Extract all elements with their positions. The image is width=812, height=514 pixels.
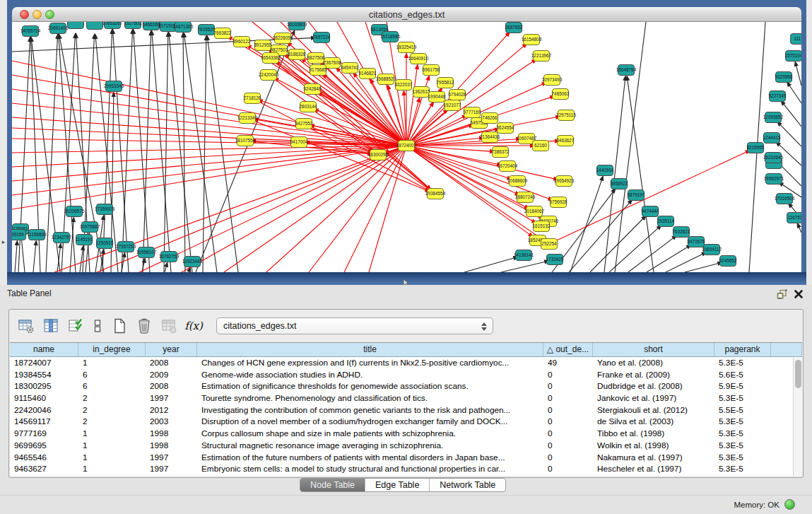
network-node[interactable]: 7663822 (214, 28, 232, 39)
show-columns-icon[interactable] (41, 316, 61, 336)
network-node[interactable]: 18325419 (396, 42, 417, 53)
column-header-outde[interactable]: △ out_de... (543, 343, 593, 356)
network-canvas[interactable]: 1872400714055724206914061065326715276026… (12, 22, 801, 272)
network-node[interactable]: 1117 (791, 34, 802, 45)
tab-node-table[interactable]: Node Table (300, 479, 365, 491)
network-node[interactable]: 12093852 (763, 112, 784, 123)
network-node[interactable]: 11156869 (27, 230, 47, 240)
column-header-title[interactable]: title (197, 343, 543, 356)
table-row[interactable]: 969969511998Structural magnetic resonanc… (10, 440, 802, 452)
network-node[interactable]: 17957253 (116, 242, 136, 252)
network-node[interactable]: 1527602 (124, 22, 142, 29)
network-node[interactable]: 16033809 (287, 22, 307, 30)
network-node[interactable]: 9463627 (557, 136, 575, 146)
network-node[interactable]: 2687652 (505, 23, 523, 33)
network-node[interactable]: 2803144 (300, 102, 317, 112)
column-header-indegree[interactable]: in_degree (78, 343, 146, 356)
network-node[interactable]: 18226058 (273, 33, 293, 44)
column-header-year[interactable]: year (146, 343, 197, 356)
network-node[interactable]: 8186328 (288, 49, 306, 60)
network-node[interactable]: 10653267 (102, 22, 123, 29)
float-window-icon[interactable] (777, 289, 788, 300)
network-node[interactable]: 1733426 (546, 255, 564, 265)
network-node[interactable]: 12342757 (52, 233, 72, 243)
network-node[interactable]: 8215955 (747, 143, 765, 153)
close-icon[interactable] (794, 289, 804, 299)
network-node[interactable]: 12975115 (556, 110, 576, 121)
network-node[interactable]: 9417004 (290, 137, 308, 148)
network-node[interactable]: 20053346 (104, 81, 124, 92)
network-node[interactable]: 7386372 (492, 147, 510, 158)
network-node[interactable]: 8960122 (233, 37, 251, 47)
table-row[interactable]: 977716911998Corpus callosum shape and si… (10, 428, 802, 440)
network-node[interactable]: 18724007 (396, 141, 417, 151)
table-row[interactable]: 911546021997Tourette syndrome. Phenomeno… (10, 392, 802, 404)
network-node[interactable]: 14671355 (173, 22, 194, 33)
network-node[interactable]: 1615132 (533, 221, 551, 232)
network-node[interactable]: 1250515 (96, 238, 114, 249)
network-window[interactable]: citations_edges.txt 18724007140557242069… (7, 0, 806, 285)
network-node[interactable]: 7632621 (673, 227, 690, 238)
network-node[interactable]: 20206576 (64, 206, 85, 217)
network-node[interactable]: 18107554 (235, 136, 256, 146)
network-node[interactable]: 3624554 (497, 123, 514, 134)
function-builder-icon[interactable]: f(x) (184, 316, 204, 336)
table-row[interactable]: 946362711997Embryonic stem cells: a mode… (10, 463, 802, 475)
network-node[interactable]: 8322037 (395, 80, 413, 90)
network-node[interactable]: 7857224 (313, 33, 331, 43)
row-height-icon[interactable] (90, 316, 105, 336)
network-node[interactable]: 8427552 (295, 119, 313, 129)
network-node[interactable]: 16782759 (159, 252, 180, 262)
network-node[interactable]: 18807249 (515, 192, 536, 203)
network-node[interactable] (68, 22, 84, 29)
network-node[interactable]: 39159 (12, 230, 26, 240)
network-node[interactable]: 17016504 (775, 194, 795, 204)
network-node[interactable]: 16154808 (522, 35, 542, 45)
network-node[interactable]: 14055724 (20, 26, 41, 37)
network-node[interactable]: 6879197 (628, 190, 645, 201)
network-node[interactable]: 9777169 (464, 107, 481, 118)
network-node[interactable] (87, 22, 103, 30)
network-node[interactable]: 9329966 (775, 72, 793, 83)
network-node[interactable]: 16648784 (616, 65, 637, 76)
network-node[interactable]: 19218986 (380, 32, 401, 42)
network-node[interactable]: 9245652 (719, 256, 737, 267)
network-node[interactable]: 10688609 (507, 176, 528, 187)
network-node[interactable]: 9474444 (642, 206, 659, 217)
network-node[interactable]: 1575104 (785, 51, 801, 62)
network-node[interactable]: 10975887 (80, 222, 100, 233)
network-node[interactable]: 1145190 (76, 235, 93, 245)
tab-network-table[interactable]: Network Table (430, 479, 505, 491)
network-node[interactable]: 8471676 (688, 237, 705, 247)
table-row[interactable]: 946554611997Estimation of the future num… (10, 452, 802, 464)
network-node[interactable]: 16640910 (408, 54, 429, 64)
network-node[interactable]: 21364436 (480, 132, 500, 143)
network-node[interactable]: 16210645 (763, 153, 784, 163)
network-node[interactable]: 18300295 (368, 150, 389, 160)
network-node[interactable]: 9242848 (304, 84, 322, 95)
scrollbar-thumb[interactable] (795, 360, 801, 388)
network-node[interactable]: 20691406 (48, 23, 69, 34)
network-node[interactable]: 12213349 (237, 113, 258, 124)
network-node[interactable]: 7485063 (552, 89, 570, 100)
table-row[interactable]: 1872400712008Changes of HCN gene express… (10, 357, 802, 369)
network-node[interactable]: 1921077 (444, 100, 461, 111)
network-node[interactable]: 8912955 (254, 40, 272, 51)
network-node[interactable]: 20184067 (524, 206, 545, 217)
table-row[interactable]: 1830029562008Estimation of significance … (10, 380, 802, 392)
network-node[interactable]: 9756928 (550, 197, 567, 208)
network-node[interactable]: 9175685 (310, 65, 327, 76)
network-node[interactable]: 14136141 (514, 250, 534, 261)
network-node[interactable]: 10654112 (702, 245, 722, 255)
network-node[interactable]: 12923448 (182, 257, 203, 267)
column-header-short[interactable]: short (593, 343, 714, 356)
network-node[interactable]: 19592971 (764, 174, 784, 185)
table-row[interactable]: 2242004622012Investigating the contribut… (10, 404, 802, 416)
network-node[interactable]: 1990448 (428, 92, 446, 103)
new-document-icon[interactable] (110, 316, 129, 336)
table-row[interactable]: 1456911722003Disruption of a novel membe… (10, 416, 802, 428)
network-node[interactable]: 252254 (541, 239, 558, 250)
network-node[interactable]: 6961758 (423, 65, 440, 76)
network-node[interactable]: 22420046 (259, 70, 279, 81)
network-node[interactable]: 62160 (533, 141, 549, 151)
